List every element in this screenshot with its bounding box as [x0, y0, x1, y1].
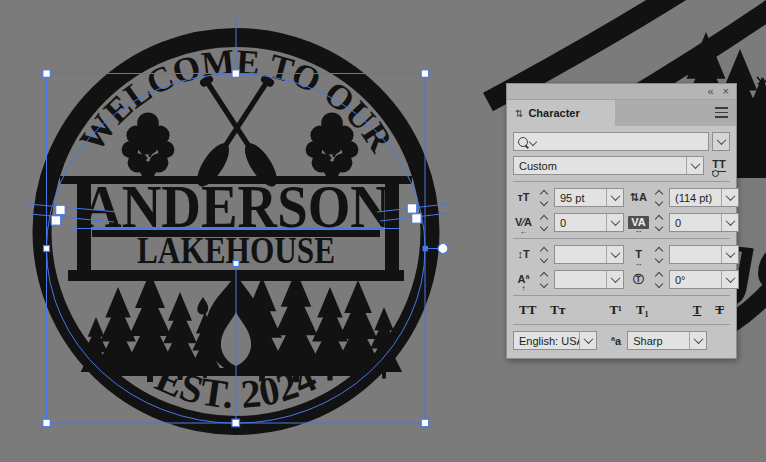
divider	[513, 324, 730, 325]
font-size-chevron[interactable]	[606, 189, 623, 206]
illustrator-canvas: { "colors": { "canvas_bg": "#7b7b7b", "a…	[0, 0, 766, 462]
character-rotation-icon: Ⓣ	[628, 274, 649, 285]
horizontal-scale-icon-sub: ↔	[628, 258, 649, 269]
vertical-scale-chevron[interactable]	[606, 246, 623, 263]
tracking-value: 0	[670, 217, 721, 229]
font-style-select[interactable]: Custom	[513, 156, 704, 175]
character-rotation-chevron[interactable]	[721, 271, 738, 288]
horizontal-scale-chevron[interactable]	[721, 246, 738, 263]
language-value: English: USA	[514, 335, 579, 347]
strikethrough-button[interactable]: T	[715, 302, 724, 318]
leading-icon: ⇅A	[628, 192, 649, 203]
anti-alias-icon: ªa	[611, 335, 621, 347]
divider	[513, 295, 730, 296]
divider	[513, 238, 730, 239]
horizontal-scale-icon: T↔	[628, 249, 649, 260]
font-size-stepper[interactable]	[538, 191, 550, 205]
baseline-shift-icon-sub: ↑	[513, 283, 534, 294]
underline-button[interactable]: T	[693, 302, 702, 318]
bbox-handle-bottom-right[interactable]	[421, 419, 429, 427]
panel-body: Custom TT тT 95 pt ⇅A (114 pt)	[507, 126, 736, 350]
baseline-shift-icon: Aª↑	[513, 274, 534, 285]
leading-stepper[interactable]	[653, 191, 665, 205]
kerning-field[interactable]: 0	[554, 213, 624, 232]
font-style-chevron[interactable]	[686, 157, 703, 174]
bbox-handle-top-right[interactable]	[421, 70, 429, 78]
anti-alias-value: Sharp	[628, 335, 689, 347]
tracking-field[interactable]: 0	[669, 213, 739, 232]
font-size-field[interactable]: 95 pt	[554, 188, 624, 207]
chevron-down-icon	[690, 159, 700, 169]
font-size-icon: тT	[513, 192, 534, 203]
tab-character[interactable]: ⇅ Character	[507, 100, 615, 126]
vertical-scale-stepper[interactable]	[538, 248, 550, 262]
panel-menu-icon[interactable]	[715, 107, 728, 118]
touch-type-label: TT	[712, 158, 725, 170]
tracking-stepper[interactable]	[653, 216, 665, 230]
language-chevron[interactable]	[579, 332, 596, 349]
bbox-handle-top-center[interactable]	[232, 70, 240, 78]
tracking-icon-sub: ↔	[628, 225, 649, 236]
anchor-point-left-2[interactable]	[51, 216, 61, 226]
subtitle-path-handle[interactable]	[233, 261, 239, 267]
font-style-value: Custom	[514, 160, 686, 172]
divider	[513, 181, 730, 182]
leading-field[interactable]: (114 pt)	[669, 188, 739, 207]
baseline-shift-field[interactable]	[554, 270, 624, 289]
character-rotation-stepper[interactable]	[653, 273, 665, 287]
font-search-input[interactable]	[513, 132, 709, 151]
character-rotation-field[interactable]: 0°	[669, 270, 739, 289]
selection-overlay	[0, 0, 506, 462]
kerning-chevron[interactable]	[606, 214, 623, 231]
leading-chevron[interactable]	[721, 189, 738, 206]
left-port-line-2	[30, 214, 114, 222]
bbox-handle-right-middle[interactable]	[423, 246, 429, 252]
baseline-shift-stepper[interactable]	[538, 273, 550, 287]
search-mode-chevron-icon[interactable]	[529, 137, 537, 145]
panel-cycle-icon[interactable]: ⇅	[515, 108, 523, 119]
collapse-panel-icon[interactable]: «	[707, 86, 713, 97]
character-rotation-value: 0°	[670, 274, 721, 286]
tracking-icon: VA↔	[628, 216, 649, 229]
subscript-button[interactable]: T₁	[636, 302, 649, 318]
baseline-shift-chevron[interactable]	[606, 271, 623, 288]
kerning-value: 0	[555, 217, 606, 229]
superscript-button[interactable]: T¹	[609, 302, 622, 318]
anchor-point-right-1[interactable]	[407, 204, 417, 214]
left-port-line-1	[28, 204, 118, 212]
touch-type-tool-icon[interactable]: TT	[708, 159, 730, 173]
small-caps-button[interactable]: Tᴛ	[550, 302, 565, 318]
bbox-handle-bottom-center[interactable]	[232, 419, 240, 427]
panel-header: « ×	[507, 84, 736, 100]
anti-alias-chevron[interactable]	[689, 332, 706, 349]
language-select[interactable]: English: USA	[513, 331, 597, 350]
tab-character-label: Character	[528, 107, 579, 119]
rotate-handle-circle[interactable]	[438, 244, 448, 254]
leading-value: (114 pt)	[670, 192, 721, 204]
character-panel: « × ⇅ Character Custom	[506, 83, 737, 359]
type-style-buttons: TT Tᴛ T¹ T₁ T T	[513, 302, 730, 318]
bbox-handle-top-left[interactable]	[43, 70, 51, 78]
bbox-handle-bottom-left[interactable]	[43, 419, 51, 427]
panel-tabs: ⇅ Character	[507, 100, 736, 126]
font-size-value: 95 pt	[555, 192, 606, 204]
vertical-scale-field[interactable]	[554, 245, 624, 264]
horizontal-scale-stepper[interactable]	[653, 248, 665, 262]
tracking-chevron[interactable]	[721, 214, 738, 231]
all-caps-button[interactable]: TT	[519, 302, 536, 318]
kerning-icon-sub: ←	[513, 226, 534, 237]
search-icon	[518, 137, 528, 147]
anti-alias-select[interactable]: Sharp	[627, 331, 707, 350]
font-list-dropdown-button[interactable]	[712, 132, 730, 151]
anchor-point-right-2[interactable]	[412, 214, 422, 224]
kerning-stepper[interactable]	[538, 216, 550, 230]
chevron-down-icon	[716, 135, 726, 145]
bbox-handle-left-middle[interactable]	[44, 246, 50, 252]
kerning-icon: V⁄A←	[513, 217, 534, 228]
anchor-point-left-1[interactable]	[56, 205, 65, 215]
vertical-scale-icon: ↕T	[513, 249, 534, 260]
close-panel-icon[interactable]: ×	[723, 86, 729, 97]
horizontal-scale-field[interactable]	[669, 245, 739, 264]
